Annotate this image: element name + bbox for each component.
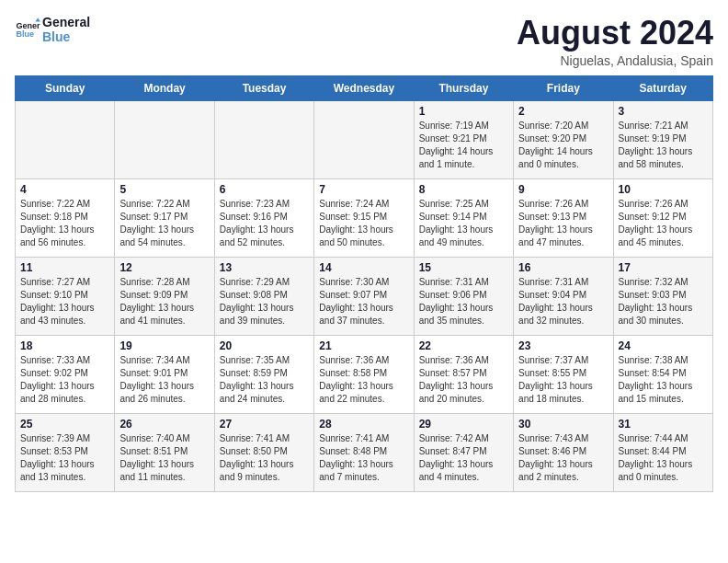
header: General Blue General Blue August 2024 Ni…: [15, 15, 713, 68]
calendar-cell: 16Sunrise: 7:31 AM Sunset: 9:04 PM Dayli…: [514, 257, 613, 335]
day-info: Sunrise: 7:19 AM Sunset: 9:21 PM Dayligh…: [419, 120, 508, 171]
day-info: Sunrise: 7:29 AM Sunset: 9:08 PM Dayligh…: [220, 276, 309, 327]
calendar-cell: 18Sunrise: 7:33 AM Sunset: 9:02 PM Dayli…: [16, 335, 115, 413]
day-number: 6: [220, 183, 309, 196]
calendar-table: SundayMondayTuesdayWednesdayThursdayFrid…: [15, 75, 713, 492]
day-number: 31: [619, 418, 708, 431]
day-info: Sunrise: 7:37 AM Sunset: 8:55 PM Dayligh…: [518, 354, 608, 406]
day-number: 9: [518, 183, 608, 196]
day-number: 20: [220, 339, 309, 352]
calendar-cell: 29Sunrise: 7:42 AM Sunset: 8:47 PM Dayli…: [414, 413, 513, 491]
day-number: 8: [419, 183, 508, 196]
calendar-cell: 1Sunrise: 7:19 AM Sunset: 9:21 PM Daylig…: [414, 100, 513, 178]
calendar-week-1: 1Sunrise: 7:19 AM Sunset: 9:21 PM Daylig…: [16, 100, 713, 178]
calendar-cell: 24Sunrise: 7:38 AM Sunset: 8:54 PM Dayli…: [613, 335, 712, 413]
day-info: Sunrise: 7:38 AM Sunset: 8:54 PM Dayligh…: [619, 354, 708, 406]
day-info: Sunrise: 7:40 AM Sunset: 8:51 PM Dayligh…: [119, 432, 209, 484]
day-number: 23: [518, 339, 608, 352]
location-subtitle: Niguelas, Andalusia, Spain: [517, 53, 713, 68]
calendar-cell: 11Sunrise: 7:27 AM Sunset: 9:10 PM Dayli…: [16, 257, 115, 335]
calendar-cell: 19Sunrise: 7:34 AM Sunset: 9:01 PM Dayli…: [115, 335, 214, 413]
calendar-cell: 3Sunrise: 7:21 AM Sunset: 9:19 PM Daylig…: [613, 100, 712, 178]
day-number: 10: [619, 183, 708, 196]
day-info: Sunrise: 7:21 AM Sunset: 9:19 PM Dayligh…: [619, 120, 708, 171]
day-number: 25: [20, 418, 109, 431]
calendar-body: 1Sunrise: 7:19 AM Sunset: 9:21 PM Daylig…: [16, 100, 713, 491]
day-number: 30: [518, 418, 608, 431]
day-number: 14: [319, 261, 408, 274]
day-info: Sunrise: 7:26 AM Sunset: 9:13 PM Dayligh…: [518, 198, 608, 249]
day-number: 17: [619, 261, 708, 274]
calendar-cell: 9Sunrise: 7:26 AM Sunset: 9:13 PM Daylig…: [514, 178, 613, 257]
day-number: 29: [419, 418, 508, 431]
day-info: Sunrise: 7:22 AM Sunset: 9:17 PM Dayligh…: [119, 198, 209, 249]
calendar-cell: 6Sunrise: 7:23 AM Sunset: 9:16 PM Daylig…: [214, 178, 313, 257]
calendar-cell: 22Sunrise: 7:36 AM Sunset: 8:57 PM Dayli…: [414, 335, 513, 413]
logo-icon: General Blue: [15, 17, 40, 42]
day-info: Sunrise: 7:42 AM Sunset: 8:47 PM Dayligh…: [419, 432, 508, 484]
day-number: 18: [20, 339, 109, 352]
day-info: Sunrise: 7:35 AM Sunset: 8:59 PM Dayligh…: [220, 354, 309, 406]
calendar-cell: 7Sunrise: 7:24 AM Sunset: 9:15 PM Daylig…: [314, 178, 414, 257]
header-day-wednesday: Wednesday: [314, 75, 414, 100]
header-day-monday: Monday: [115, 75, 214, 100]
day-number: 28: [319, 418, 408, 431]
calendar-cell: [314, 100, 414, 178]
title-area: August 2024 Niguelas, Andalusia, Spain: [517, 15, 713, 68]
calendar-header: SundayMondayTuesdayWednesdayThursdayFrid…: [16, 75, 713, 100]
calendar-cell: 13Sunrise: 7:29 AM Sunset: 9:08 PM Dayli…: [214, 257, 313, 335]
calendar-cell: 28Sunrise: 7:41 AM Sunset: 8:48 PM Dayli…: [314, 413, 414, 491]
month-year-title: August 2024: [517, 15, 713, 52]
day-info: Sunrise: 7:36 AM Sunset: 8:57 PM Dayligh…: [419, 354, 508, 406]
day-number: 19: [119, 339, 209, 352]
day-info: Sunrise: 7:31 AM Sunset: 9:04 PM Dayligh…: [518, 276, 608, 327]
calendar-cell: 26Sunrise: 7:40 AM Sunset: 8:51 PM Dayli…: [115, 413, 214, 491]
day-number: 13: [220, 261, 309, 274]
day-info: Sunrise: 7:24 AM Sunset: 9:15 PM Dayligh…: [319, 198, 408, 249]
logo-line1: General: [42, 15, 90, 29]
day-number: 27: [220, 418, 309, 431]
header-day-sunday: Sunday: [16, 75, 115, 100]
day-info: Sunrise: 7:31 AM Sunset: 9:06 PM Dayligh…: [419, 276, 508, 327]
svg-text:General: General: [16, 21, 40, 30]
calendar-cell: 21Sunrise: 7:36 AM Sunset: 8:58 PM Dayli…: [314, 335, 414, 413]
svg-text:Blue: Blue: [16, 29, 34, 39]
day-info: Sunrise: 7:28 AM Sunset: 9:09 PM Dayligh…: [119, 276, 209, 327]
day-number: 3: [619, 105, 708, 118]
day-info: Sunrise: 7:32 AM Sunset: 9:03 PM Dayligh…: [619, 276, 708, 327]
calendar-cell: [214, 100, 313, 178]
logo: General Blue General Blue: [15, 15, 90, 44]
day-info: Sunrise: 7:33 AM Sunset: 9:02 PM Dayligh…: [20, 354, 109, 406]
header-row: SundayMondayTuesdayWednesdayThursdayFrid…: [16, 75, 713, 100]
day-number: 26: [119, 418, 209, 431]
day-info: Sunrise: 7:36 AM Sunset: 8:58 PM Dayligh…: [319, 354, 408, 406]
day-info: Sunrise: 7:26 AM Sunset: 9:12 PM Dayligh…: [619, 198, 708, 249]
day-info: Sunrise: 7:43 AM Sunset: 8:46 PM Dayligh…: [518, 432, 608, 484]
day-number: 24: [619, 339, 708, 352]
day-info: Sunrise: 7:25 AM Sunset: 9:14 PM Dayligh…: [419, 198, 508, 249]
day-number: 21: [319, 339, 408, 352]
calendar-week-3: 11Sunrise: 7:27 AM Sunset: 9:10 PM Dayli…: [16, 257, 713, 335]
calendar-cell: 15Sunrise: 7:31 AM Sunset: 9:06 PM Dayli…: [414, 257, 513, 335]
day-info: Sunrise: 7:30 AM Sunset: 9:07 PM Dayligh…: [319, 276, 408, 327]
header-day-tuesday: Tuesday: [214, 75, 313, 100]
svg-marker-2: [35, 17, 40, 21]
day-info: Sunrise: 7:27 AM Sunset: 9:10 PM Dayligh…: [20, 276, 109, 327]
calendar-cell: 5Sunrise: 7:22 AM Sunset: 9:17 PM Daylig…: [115, 178, 214, 257]
day-number: 7: [319, 183, 408, 196]
day-number: 12: [119, 261, 209, 274]
calendar-cell: [16, 100, 115, 178]
calendar-cell: 12Sunrise: 7:28 AM Sunset: 9:09 PM Dayli…: [115, 257, 214, 335]
day-number: 11: [20, 261, 109, 274]
calendar-cell: 14Sunrise: 7:30 AM Sunset: 9:07 PM Dayli…: [314, 257, 414, 335]
day-info: Sunrise: 7:34 AM Sunset: 9:01 PM Dayligh…: [119, 354, 209, 406]
calendar-cell: 20Sunrise: 7:35 AM Sunset: 8:59 PM Dayli…: [214, 335, 313, 413]
day-number: 2: [518, 105, 608, 118]
calendar-week-4: 18Sunrise: 7:33 AM Sunset: 9:02 PM Dayli…: [16, 335, 713, 413]
calendar-cell: 30Sunrise: 7:43 AM Sunset: 8:46 PM Dayli…: [514, 413, 613, 491]
day-number: 4: [20, 183, 109, 196]
calendar-cell: 8Sunrise: 7:25 AM Sunset: 9:14 PM Daylig…: [414, 178, 513, 257]
day-info: Sunrise: 7:20 AM Sunset: 9:20 PM Dayligh…: [518, 120, 608, 171]
logo-line2: Blue: [42, 29, 90, 44]
day-info: Sunrise: 7:41 AM Sunset: 8:50 PM Dayligh…: [220, 432, 309, 484]
